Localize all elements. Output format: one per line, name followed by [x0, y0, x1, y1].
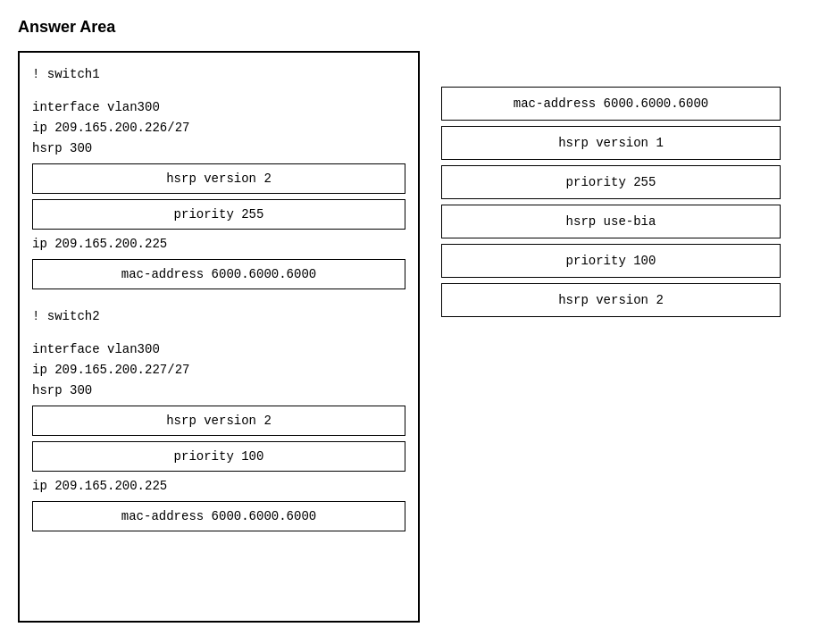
switch1-drag-version[interactable]: hsrp version 2 [32, 163, 405, 194]
switch2-drag-version[interactable]: hsrp version 2 [32, 406, 405, 436]
answer-area-box: ! switch1 interface vlan300 ip 209.165.2… [18, 51, 420, 623]
option-priority-100[interactable]: priority 100 [441, 244, 781, 278]
switch1-line4: ip 209.165.200.225 [32, 235, 405, 254]
switch2-line4: ip 209.165.200.225 [32, 477, 405, 496]
option-hsrp-version1[interactable]: hsrp version 1 [441, 126, 781, 160]
switch2-line2: ip 209.165.200.227/27 [32, 361, 405, 380]
option-hsrp-version2[interactable]: hsrp version 2 [441, 283, 781, 317]
switch1-header: ! switch1 [32, 65, 405, 84]
switch1-drag-mac[interactable]: mac-address 6000.6000.6000 [32, 259, 405, 289]
switch2-drag-priority[interactable]: priority 100 [32, 441, 405, 472]
switch2-line3: hsrp 300 [32, 381, 405, 400]
option-priority-255[interactable]: priority 255 [441, 165, 781, 199]
switch1-line1: interface vlan300 [32, 98, 405, 117]
switch2-line1: interface vlan300 [32, 340, 405, 359]
page-title: Answer Area [18, 18, 801, 37]
switch1-line3: hsrp 300 [32, 139, 405, 158]
option-hsrp-use-bia[interactable]: hsrp use-bia [441, 205, 781, 238]
options-panel: mac-address 6000.6000.6000 hsrp version … [441, 87, 781, 317]
switch2-drag-mac[interactable]: mac-address 6000.6000.6000 [32, 501, 405, 531]
switch1-drag-priority[interactable]: priority 255 [32, 199, 405, 230]
option-mac-address[interactable]: mac-address 6000.6000.6000 [441, 87, 781, 121]
switch1-line2: ip 209.165.200.226/27 [32, 119, 405, 138]
switch2-header: ! switch2 [32, 307, 405, 326]
